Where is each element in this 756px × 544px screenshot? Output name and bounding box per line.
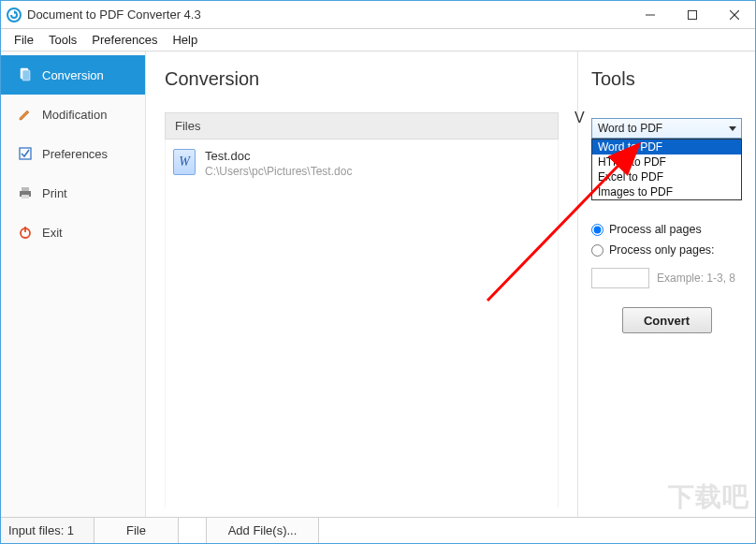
dropdown-list: Word to PDF HTML to PDF Excel to PDF Ima… (591, 139, 742, 200)
sidebar-item-label: Modification (42, 108, 107, 122)
file-button[interactable]: File (94, 518, 179, 543)
word-file-icon: W (173, 149, 196, 175)
svg-rect-8 (20, 148, 31, 159)
process-only-pages-radio[interactable]: Process only pages: (591, 243, 742, 257)
pages-hint: Example: 1-3, 8 (657, 272, 735, 285)
svg-rect-7 (22, 70, 30, 81)
radio-only[interactable] (591, 244, 603, 257)
dropdown-option[interactable]: Images to PDF (592, 184, 741, 199)
sidebar-item-exit[interactable]: Exit (1, 213, 145, 252)
sidebar-item-label: Preferences (42, 147, 108, 161)
obscured-letter: V (574, 110, 585, 126)
app-window: Document to PDF Converter 4.3 File Tools… (0, 0, 756, 544)
file-name: Test.doc (205, 149, 352, 163)
sidebar-item-conversion[interactable]: Conversion (1, 55, 145, 95)
main-area: Conversion Files W Test.doc C:\Users\pc\… (146, 51, 755, 517)
conversion-type-dropdown[interactable]: Word to PDF Word to PDF HTML to PDF Exce… (591, 118, 742, 139)
tools-title: Tools (591, 68, 742, 90)
document-convert-icon (18, 67, 33, 82)
dropdown-option[interactable]: Excel to PDF (592, 169, 741, 184)
window-title: Document to PDF Converter 4.3 (27, 7, 629, 22)
sidebar-item-preferences[interactable]: Preferences (1, 134, 145, 173)
files-header: Files (165, 112, 559, 140)
files-list: W Test.doc C:\Users\pc\Pictures\Test.doc (165, 140, 559, 507)
checkbox-icon (18, 146, 33, 161)
dropdown-selected[interactable]: Word to PDF (591, 118, 742, 139)
title-bar: Document to PDF Converter 4.3 (1, 1, 755, 29)
sidebar-item-modification[interactable]: Modification (1, 95, 145, 134)
minimize-button[interactable] (629, 2, 671, 28)
sidebar-item-label: Conversion (42, 68, 104, 82)
pages-input[interactable] (591, 268, 649, 288)
tools-panel: Tools V Word to PDF Word to PDF HTML to … (577, 51, 755, 517)
sidebar-item-print[interactable]: Print (1, 173, 145, 213)
menu-tools[interactable]: Tools (41, 31, 84, 49)
convert-button[interactable]: Convert (622, 307, 712, 333)
sidebar-item-label: Exit (42, 226, 63, 240)
pencil-icon (18, 107, 33, 122)
app-icon (7, 7, 22, 22)
menu-file[interactable]: File (7, 31, 41, 49)
svg-rect-11 (22, 195, 29, 198)
close-button[interactable] (713, 2, 755, 28)
body: Conversion Modification Preferences Prin… (1, 51, 755, 517)
page-title: Conversion (165, 68, 559, 90)
power-icon (18, 225, 33, 240)
radio-all[interactable] (591, 224, 603, 236)
maximize-button[interactable] (671, 2, 713, 28)
svg-rect-10 (22, 187, 29, 191)
dropdown-option[interactable]: Word to PDF (592, 140, 741, 154)
menu-help[interactable]: Help (165, 31, 205, 49)
file-path: C:\Users\pc\Pictures\Test.doc (205, 165, 352, 178)
menu-preferences[interactable]: Preferences (84, 31, 165, 49)
sidebar: Conversion Modification Preferences Prin… (1, 51, 146, 517)
process-all-pages-radio[interactable]: Process all pages (591, 223, 742, 236)
printer-icon (18, 185, 33, 200)
center-panel: Conversion Files W Test.doc C:\Users\pc\… (146, 51, 577, 517)
add-files-button[interactable]: Add File(s)... (207, 518, 319, 543)
sidebar-item-label: Print (42, 186, 67, 200)
svg-rect-3 (688, 10, 696, 19)
input-files-count: Input files: 1 (1, 518, 94, 543)
pages-input-row: Example: 1-3, 8 (591, 268, 742, 288)
file-row[interactable]: W Test.doc C:\Users\pc\Pictures\Test.doc (166, 140, 558, 187)
dropdown-option[interactable]: HTML to PDF (592, 154, 741, 169)
bottom-bar: Input files: 1 File Add File(s)... (1, 517, 755, 543)
menu-bar: File Tools Preferences Help (1, 29, 755, 51)
